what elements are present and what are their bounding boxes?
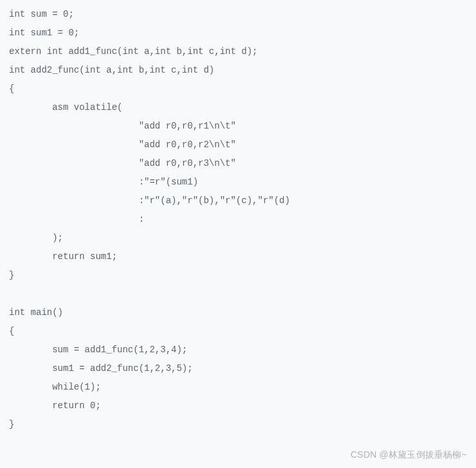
code-block: int sum = 0; int sum1 = 0; extern int ad… (9, 5, 467, 434)
code-line: } (9, 270, 14, 280)
code-line: { (9, 84, 14, 94)
watermark: CSDN @林黛玉倒拔垂杨柳~ (351, 446, 467, 464)
code-line: int sum1 = 0; (9, 28, 79, 38)
code-line: { (9, 326, 14, 336)
code-line: int sum = 0; (9, 9, 74, 19)
code-line: ); (9, 233, 63, 243)
code-line: while(1); (9, 382, 101, 392)
code-line: asm volatile( (9, 102, 122, 113)
code-line: : (9, 214, 144, 224)
code-line: "add r0,r0,r2\n\t" (9, 140, 236, 150)
code-line: extern int add1_func(int a,int b,int c,i… (9, 46, 257, 57)
code-line: sum1 = add2_func(1,2,3,5); (9, 363, 193, 374)
code-line: } (9, 419, 14, 429)
code-line: :"=r"(sum1) (9, 177, 198, 187)
code-line: return 0; (9, 401, 101, 411)
code-line: int main() (9, 307, 63, 318)
code-line: :"r"(a),"r"(b),"r"(c),"r"(d) (9, 195, 290, 206)
code-line: "add r0,r0,r3\n\t" (9, 158, 236, 168)
code-line: int add2_func(int a,int b,int c,int d) (9, 65, 214, 75)
code-line: return sum1; (9, 251, 117, 262)
code-line: "add r0,r0,r1\n\t" (9, 121, 236, 131)
code-line: sum = add1_func(1,2,3,4); (9, 345, 187, 355)
